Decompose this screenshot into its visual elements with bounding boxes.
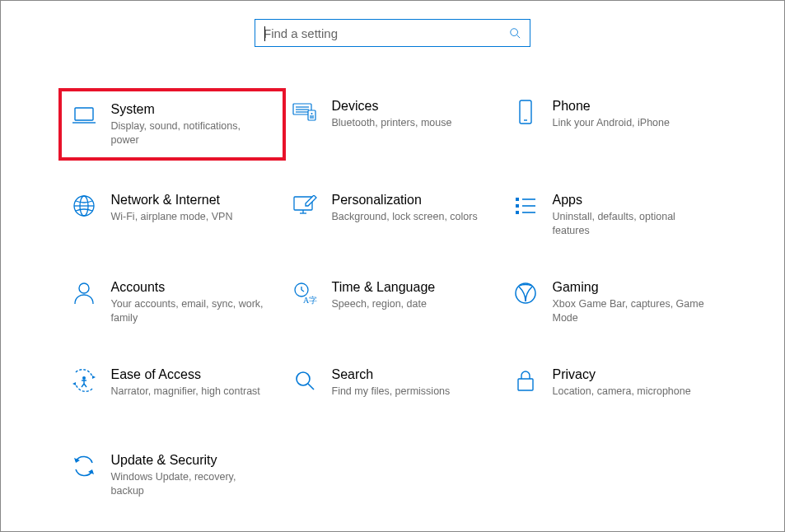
time-language-icon: A字: [292, 281, 317, 306]
category-apps[interactable]: Apps Uninstall, defaults, optional featu…: [503, 185, 724, 245]
svg-rect-41: [518, 379, 533, 390]
category-title: Personalization: [332, 192, 490, 208]
globe-icon: [72, 194, 96, 218]
category-desc: Speech, region, date: [332, 297, 490, 311]
svg-point-26: [79, 283, 89, 293]
xbox-icon: [513, 281, 538, 306]
laptop-icon: [72, 103, 96, 128]
lock-icon: [513, 368, 538, 393]
svg-rect-20: [516, 198, 519, 201]
svg-rect-22: [516, 211, 519, 214]
category-title: Accounts: [111, 279, 269, 296]
apps-list-icon: [513, 194, 538, 218]
search-input[interactable]: [264, 26, 508, 40]
category-desc: Bluetooth, printers, mouse: [332, 116, 490, 130]
svg-point-9: [311, 113, 312, 114]
svg-line-38: [84, 384, 86, 387]
search-icon: [508, 26, 521, 40]
category-phone[interactable]: Phone Link your Android, iPhone: [503, 91, 724, 157]
category-network[interactable]: Network & Internet Wi-Fi, airplane mode,…: [62, 185, 283, 245]
category-update[interactable]: Update & Security Windows Update, recove…: [62, 446, 283, 505]
svg-line-29: [301, 290, 304, 292]
category-desc: Location, camera, microphone: [553, 385, 711, 399]
category-title: Apps: [553, 192, 711, 208]
category-personalization[interactable]: Personalization Background, lock screen,…: [283, 185, 503, 245]
category-gaming[interactable]: Gaming Xbox Game Bar, captures, Game Mod…: [503, 273, 724, 332]
category-title: Time & Language: [332, 279, 490, 296]
ease-of-access-icon: [72, 368, 96, 393]
category-ease[interactable]: Ease of Access Narrator, magnifier, high…: [62, 360, 283, 418]
svg-line-1: [517, 35, 521, 39]
category-desc: Link your Android, iPhone: [553, 116, 711, 130]
search-box[interactable]: [255, 19, 530, 47]
category-title: Update & Security: [111, 452, 269, 469]
category-title: Ease of Access: [111, 366, 269, 383]
svg-point-39: [297, 372, 310, 385]
svg-rect-21: [516, 204, 519, 208]
svg-text:A字: A字: [303, 296, 317, 305]
category-desc: Background, lock screen, colors: [332, 210, 490, 224]
svg-marker-32: [92, 376, 96, 379]
category-desc: Narrator, magnifier, high contrast: [111, 385, 269, 399]
svg-rect-2: [75, 108, 93, 120]
svg-point-34: [82, 376, 86, 380]
category-title: Network & Internet: [111, 192, 269, 208]
category-privacy[interactable]: Privacy Location, camera, microphone: [503, 360, 724, 418]
phone-icon: [513, 100, 538, 124]
svg-point-0: [511, 29, 518, 36]
category-accounts[interactable]: Accounts Your accounts, email, sync, wor…: [62, 273, 283, 332]
category-time[interactable]: A字 Time & Language Speech, region, date: [283, 273, 503, 332]
update-icon: [72, 454, 96, 478]
person-icon: [72, 281, 96, 306]
category-devices[interactable]: Devices Bluetooth, printers, mouse: [283, 91, 503, 157]
categories-grid: System Display, sound, notifications, po…: [62, 91, 724, 505]
category-title: System: [111, 101, 269, 118]
category-search[interactable]: Search Find my files, permissions: [283, 360, 503, 418]
svg-line-40: [308, 384, 314, 390]
category-title: Devices: [332, 98, 490, 114]
keyboard-icon: [292, 100, 317, 124]
category-desc: Uninstall, defaults, optional features: [553, 210, 711, 238]
svg-line-37: [82, 384, 84, 387]
category-title: Privacy: [553, 366, 711, 383]
svg-marker-33: [72, 382, 76, 385]
category-desc: Find my files, permissions: [332, 385, 490, 399]
category-desc: Display, sound, notifications, power: [111, 119, 269, 147]
category-desc: Xbox Game Bar, captures, Game Mode: [553, 297, 711, 325]
category-title: Phone: [553, 98, 711, 114]
category-title: Gaming: [553, 279, 711, 296]
category-system[interactable]: System Display, sound, notifications, po…: [58, 88, 286, 161]
personalize-icon: [292, 194, 317, 218]
category-desc: Wi-Fi, airplane mode, VPN: [111, 210, 269, 224]
category-title: Search: [332, 366, 490, 383]
magnifier-icon: [292, 368, 317, 393]
category-desc: Windows Update, recovery, backup: [111, 470, 269, 498]
svg-rect-8: [308, 110, 315, 120]
text-cursor: [264, 26, 265, 41]
category-desc: Your accounts, email, sync, work, family: [111, 297, 269, 325]
